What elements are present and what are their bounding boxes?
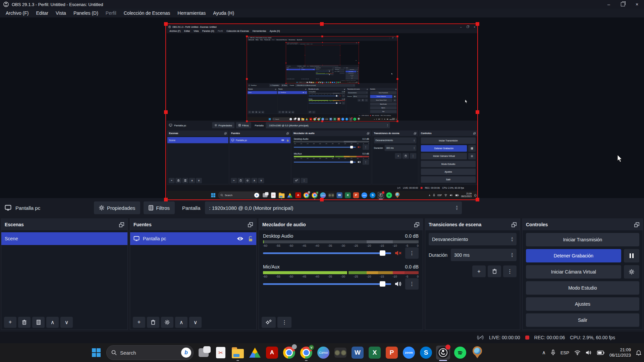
battery-icon[interactable] xyxy=(597,351,604,355)
duration-value: 300 ms xyxy=(454,252,470,258)
meter-tick-label: 0 xyxy=(417,244,419,247)
notification-bell-icon[interactable] xyxy=(636,350,641,356)
settings-button[interactable]: Ajustes xyxy=(526,297,639,311)
visibility-eye-icon[interactable] xyxy=(237,236,244,241)
meter-tick-label: -50 xyxy=(289,275,293,278)
menu-editar[interactable]: Editar xyxy=(32,9,52,17)
taskbar-search[interactable]: Search b xyxy=(106,345,194,360)
unlock-icon[interactable] xyxy=(248,236,253,242)
close-button[interactable]: × xyxy=(630,0,644,9)
popout-icon[interactable] xyxy=(414,222,419,227)
tray-chevron-icon[interactable]: ∧ xyxy=(542,350,546,356)
binoculars-app-button[interactable] xyxy=(333,346,347,360)
add-transition-button[interactable]: + xyxy=(472,265,486,277)
pause-recording-button[interactable] xyxy=(624,249,639,262)
remove-transition-button[interactable] xyxy=(488,265,501,277)
menu-herramientas[interactable]: Herramientas xyxy=(174,9,209,17)
word-button[interactable]: W xyxy=(351,346,365,360)
powerpoint-button[interactable]: P xyxy=(385,346,399,360)
menu-archivo[interactable]: Archivo (F) xyxy=(2,9,32,17)
combo-spinner-icon[interactable]: ∧∨ xyxy=(456,205,458,210)
start-virtual-camera-button[interactable]: Iniciar Cámara Virtual xyxy=(526,265,621,279)
transition-select[interactable]: Desvanecimiento ∧∨ xyxy=(429,233,517,245)
task-view-button[interactable] xyxy=(197,346,211,360)
source-properties-button[interactable] xyxy=(161,317,173,328)
clock[interactable]: 21:09 06/11/2023 xyxy=(609,347,631,358)
preview-area[interactable]: OBS 29.1.3 - Perfil: Untitled - Escenas:… xyxy=(0,17,644,198)
add-scene-button[interactable]: + xyxy=(4,317,16,328)
source-down-button[interactable]: ∨ xyxy=(189,317,202,328)
obs-window: OBS 29.1.3 - Perfil: Untitled - Escenas:… xyxy=(0,0,644,343)
selection-handle[interactable] xyxy=(320,198,324,201)
spotify-button[interactable] xyxy=(453,346,467,360)
filters-button[interactable]: Filtros xyxy=(144,201,175,214)
selection-handle[interactable] xyxy=(164,22,168,26)
microphone-icon[interactable] xyxy=(551,350,555,356)
scene-row[interactable]: Scene xyxy=(1,232,127,245)
mute-speaker-icon[interactable] xyxy=(394,250,402,256)
channel-menu-button[interactable]: ⋮ xyxy=(405,278,419,290)
chrome-v-button[interactable]: V xyxy=(299,346,313,360)
bing-icon[interactable]: b xyxy=(181,348,191,358)
restore-button[interactable] xyxy=(616,0,630,9)
stop-recording-button[interactable]: Detener Grabación xyxy=(526,249,621,262)
wifi-icon[interactable] xyxy=(574,350,581,355)
speaker-icon[interactable] xyxy=(394,281,402,287)
menu-vista[interactable]: Vista xyxy=(52,9,70,17)
start-streaming-button[interactable]: Iniciar Transmisión xyxy=(526,233,639,246)
snipping-tool-button[interactable]: ✂ xyxy=(214,346,228,360)
canva-button[interactable]: Canva xyxy=(316,346,330,360)
scene-down-button[interactable]: ∨ xyxy=(60,317,73,328)
advanced-audio-button[interactable] xyxy=(262,317,276,328)
source-up-button[interactable]: ∧ xyxy=(175,317,187,328)
start-button[interactable] xyxy=(89,346,103,360)
virtual-camera-settings-button[interactable] xyxy=(624,265,639,279)
menu-coleccion-escenas[interactable]: Colección de Escenas xyxy=(120,9,174,17)
google-drive-button[interactable] xyxy=(248,346,262,360)
acrobat-button[interactable]: A xyxy=(265,346,279,360)
volume-icon[interactable] xyxy=(586,350,592,355)
obs-taskbar-button[interactable] xyxy=(436,346,450,360)
spinbox-arrows-icon[interactable]: ∧∨ xyxy=(511,253,513,257)
scene-filters-button[interactable] xyxy=(32,317,45,328)
popout-icon[interactable] xyxy=(119,222,124,227)
excel-button[interactable]: X xyxy=(368,346,382,360)
popout-icon[interactable] xyxy=(248,222,253,227)
popout-icon[interactable] xyxy=(512,222,517,227)
menu-ayuda[interactable]: Ayuda (H) xyxy=(209,9,238,17)
display-combo[interactable]: : 644x362 @ 0,0 (Monitor principal) ∧∨ xyxy=(205,201,462,214)
minimize-button[interactable]: – xyxy=(602,0,616,9)
add-source-button[interactable]: + xyxy=(133,317,145,328)
selection-handle[interactable] xyxy=(476,110,479,114)
selection-handle[interactable] xyxy=(476,198,479,201)
volume-slider[interactable] xyxy=(263,248,391,258)
language-indicator[interactable]: ESP xyxy=(560,350,569,355)
chrome-profile-button[interactable] xyxy=(282,346,296,360)
properties-button[interactable]: Propiedades xyxy=(94,201,140,214)
menu-perfil[interactable]: Perfil xyxy=(102,9,120,17)
select-spinner-icon[interactable]: ∧∨ xyxy=(511,237,513,242)
selection-handle[interactable] xyxy=(164,110,168,114)
selection-handle[interactable] xyxy=(476,22,479,26)
map-pin-app-button[interactable] xyxy=(470,346,484,360)
duration-spinbox[interactable]: 300 ms ∧∨ xyxy=(451,249,517,261)
file-explorer-button[interactable] xyxy=(231,346,245,360)
selection-handle[interactable] xyxy=(164,198,168,201)
transition-menu-button[interactable]: ⋮ xyxy=(503,265,517,277)
source-row[interactable]: Pantalla pc xyxy=(130,232,256,245)
selection-handle[interactable] xyxy=(320,22,324,26)
menu-paneles[interactable]: Paneles (D) xyxy=(70,9,102,17)
volume-slider[interactable] xyxy=(263,279,391,289)
zoom-button[interactable]: zoom xyxy=(402,346,416,360)
scene-up-button[interactable]: ∧ xyxy=(46,317,59,328)
mixer-menu-button[interactable]: ⋮ xyxy=(277,317,291,328)
slider-handle[interactable] xyxy=(380,281,385,287)
channel-menu-button[interactable]: ⋮ xyxy=(405,247,419,259)
remove-scene-button[interactable] xyxy=(18,317,31,328)
exit-button[interactable]: Salir xyxy=(526,313,639,327)
popout-icon[interactable] xyxy=(634,222,639,227)
skype-button[interactable]: S xyxy=(419,346,433,360)
studio-mode-button[interactable]: Modo Estudio xyxy=(526,281,639,295)
slider-handle[interactable] xyxy=(380,250,385,256)
remove-source-button[interactable] xyxy=(147,317,159,328)
